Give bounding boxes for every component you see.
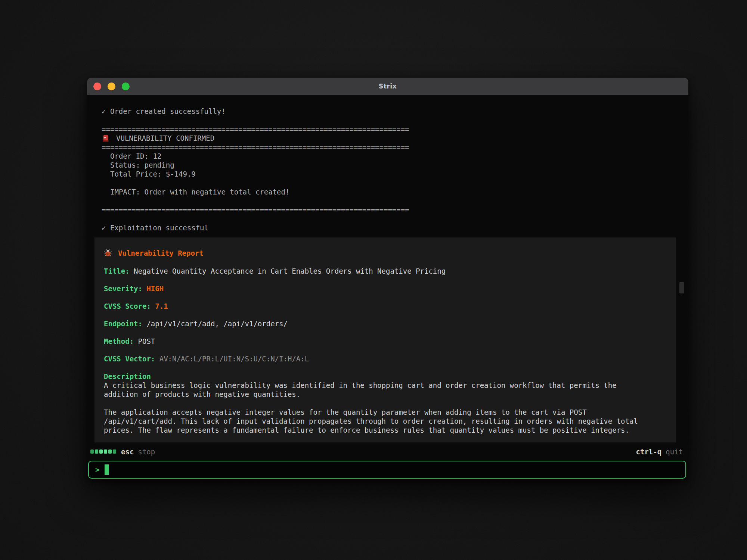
close-button[interactable] xyxy=(93,83,101,90)
report-heading: Vulnerability Report xyxy=(104,249,667,258)
ctrl-q-key-label: ctrl-q xyxy=(636,448,662,456)
report-field-endpoint: Endpoint: /api/v1/cart/add, /api/v1/orde… xyxy=(104,319,667,328)
quit-action-label: quit xyxy=(666,448,683,456)
text-cursor xyxy=(105,464,109,475)
report-field-severity: Severity: HIGH xyxy=(104,284,667,293)
report-field-method: Method: POST xyxy=(104,337,667,346)
description-heading: Description xyxy=(104,372,667,381)
order-status-line: Status: pending xyxy=(102,161,681,169)
esc-key-label: esc xyxy=(121,448,134,456)
order-id-line: Order ID: 12 xyxy=(102,152,681,161)
total-price-line: Total Price: $-149.9 xyxy=(102,169,681,178)
impact-line: IMPACT: Order with negative total create… xyxy=(102,187,681,196)
scrollback: ✓ Order created successfully! ==========… xyxy=(94,107,681,232)
report-field-cvss-score: CVSS Score: 7.1 xyxy=(104,302,667,311)
minimize-button[interactable] xyxy=(108,83,115,90)
command-input[interactable]: > xyxy=(88,461,686,479)
description-paragraph: The application accepts negative integer… xyxy=(104,408,667,435)
cvss-vector-value: AV:N/AC:L/PR:L/UI:N/S:U/C:N/I:H/A:L xyxy=(159,355,309,363)
cvss-score-value: 7.1 xyxy=(155,302,168,310)
esc-stop-hint[interactable]: esc stop xyxy=(121,448,155,456)
siren-icon xyxy=(102,134,110,142)
separator-line: ========================================… xyxy=(102,205,681,214)
order-success-line: ✓ Order created successfully! xyxy=(102,107,681,116)
title-value: Negative Quantity Acceptance in Cart Ena… xyxy=(134,267,446,275)
report-field-title: Title: Negative Quantity Acceptance in C… xyxy=(104,267,667,276)
scrollbar-thumb[interactable] xyxy=(679,282,684,293)
stop-action-label: stop xyxy=(138,448,155,456)
quit-hint[interactable]: ctrl-q quit xyxy=(636,448,683,456)
zoom-button[interactable] xyxy=(122,83,130,90)
exploitation-success-line: ✓ Exploitation successful xyxy=(102,223,681,232)
separator-line: ========================================… xyxy=(102,125,681,134)
endpoint-value: /api/v1/cart/add, /api/v1/orders/ xyxy=(146,320,288,328)
method-value: POST xyxy=(138,337,155,345)
description-paragraph: A critical business logic vulnerability … xyxy=(104,381,667,399)
prompt-symbol: > xyxy=(95,466,99,474)
report-heading-text: Vulnerability Report xyxy=(118,249,204,258)
app-window: Strix ✓ Order created successfully! ====… xyxy=(87,78,688,480)
vulnerability-confirmed-line: VULNERABILITY CONFIRMED xyxy=(102,134,681,143)
vulnerability-report-panel: Vulnerability Report Title: Negative Qua… xyxy=(94,237,676,442)
status-bar: esc stop ctrl-q quit xyxy=(87,442,688,461)
separator-line: ========================================… xyxy=(102,143,681,152)
report-field-cvss-vector: CVSS Vector: AV:N/AC:L/PR:L/UI:N/S:U/C:N… xyxy=(104,354,667,363)
severity-value: HIGH xyxy=(146,284,164,293)
traffic-lights xyxy=(93,78,130,95)
terminal-output: ✓ Order created successfully! ==========… xyxy=(87,95,688,442)
bug-icon xyxy=(104,249,112,257)
window-title: Strix xyxy=(379,83,397,90)
titlebar: Strix xyxy=(87,78,688,95)
activity-spinner xyxy=(90,449,116,454)
vulnerability-confirmed-text: VULNERABILITY CONFIRMED xyxy=(116,134,214,143)
